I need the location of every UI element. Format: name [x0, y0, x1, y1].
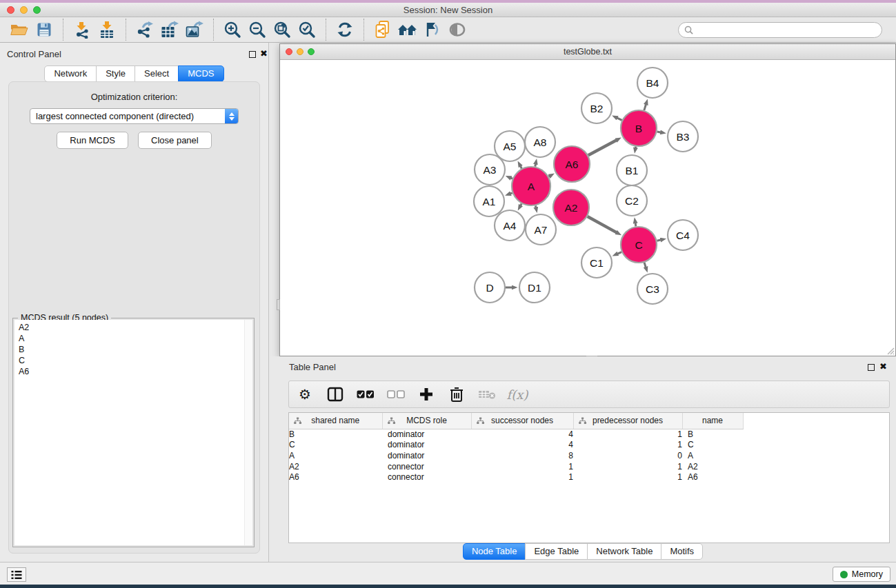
resize-grip-icon[interactable]	[885, 345, 895, 355]
add-column-icon[interactable]	[416, 384, 437, 405]
memory-button[interactable]: Memory	[833, 567, 890, 582]
table-cell[interactable]: 1	[573, 472, 682, 483]
control-tab-select[interactable]: Select	[135, 65, 179, 82]
export-table-icon[interactable]	[157, 18, 182, 41]
table-cell[interactable]: 1	[573, 440, 682, 451]
float-table-panel-icon[interactable]	[868, 364, 875, 371]
column-header-name[interactable]: name	[682, 413, 743, 429]
close-window-button[interactable]	[7, 6, 14, 14]
table-cell[interactable]: C	[682, 440, 743, 451]
float-panel-icon[interactable]	[249, 51, 256, 58]
table-cell[interactable]: connector	[382, 461, 471, 472]
network-canvas[interactable]: B4B2BB3A8A5A6A3B1AC2A1A2A4A7C4CC1C3DD1	[280, 60, 895, 356]
table-cell[interactable]: 1	[573, 461, 682, 472]
zoom-in-icon[interactable]	[220, 18, 245, 41]
mcds-result-item[interactable]: B	[14, 344, 252, 355]
table-cell[interactable]: 1	[471, 472, 573, 483]
zoom-out-icon[interactable]	[245, 18, 270, 41]
deselect-all-checks-icon[interactable]	[386, 384, 406, 405]
import-network-icon[interactable]	[70, 18, 94, 41]
edge-B-B4[interactable]	[644, 105, 646, 111]
close-table-panel-icon[interactable]: ✖	[879, 361, 887, 372]
table-cell[interactable]: dominator	[382, 429, 471, 440]
table-tab-motifs[interactable]: Motifs	[661, 543, 703, 560]
mcds-result-item[interactable]: A2	[14, 322, 252, 333]
save-session-icon[interactable]	[32, 18, 57, 41]
mcds-list-scrollbar[interactable]	[244, 320, 252, 545]
node-table[interactable]: shared nameMCDS rolesuccessor nodesprede…	[288, 412, 890, 543]
table-cell[interactable]: connector	[382, 472, 471, 483]
edge-C-C2[interactable]	[635, 223, 636, 227]
export-image-icon[interactable]	[182, 18, 207, 41]
refresh-icon[interactable]	[332, 18, 357, 41]
show-graphics-details-icon[interactable]	[445, 18, 470, 41]
column-header-predecessor-nodes[interactable]: predecessor nodes	[573, 413, 682, 429]
delete-table-icon[interactable]	[477, 384, 497, 405]
mcds-result-item[interactable]: A	[14, 333, 252, 344]
table-cell[interactable]: 0	[573, 450, 682, 461]
table-row[interactable]: Cdominator41C	[289, 440, 743, 451]
table-cell[interactable]: C	[289, 440, 382, 451]
edge-B-B3[interactable]	[657, 132, 661, 132]
table-cell[interactable]: dominator	[382, 450, 471, 461]
table-cell[interactable]: A	[682, 450, 743, 461]
maximize-network-window-button[interactable]	[308, 48, 315, 55]
table-cell[interactable]: B	[289, 429, 382, 440]
table-cell[interactable]: 1	[471, 461, 573, 472]
edge-A6-B[interactable]	[588, 140, 617, 155]
edge-A-A7[interactable]	[535, 205, 536, 207]
table-cell[interactable]: 1	[573, 429, 682, 440]
table-tab-network-table[interactable]: Network Table	[587, 543, 661, 560]
edge-C-C1[interactable]	[617, 252, 621, 254]
open-file-icon[interactable]	[7, 18, 32, 41]
table-cell[interactable]: dominator	[382, 440, 471, 451]
new-network-from-selection-icon[interactable]	[370, 18, 395, 41]
mcds-result-item[interactable]: C	[14, 355, 252, 366]
network-graph[interactable]: B4B2BB3A8A5A6A3B1AC2A1A2A4A7C4CC1C3DD1	[280, 60, 895, 356]
table-cell[interactable]: A	[289, 450, 382, 461]
search-box[interactable]	[678, 22, 882, 38]
table-row[interactable]: A6connector11A6	[289, 472, 743, 483]
task-history-button[interactable]	[7, 567, 26, 582]
edge-A-A6[interactable]	[548, 176, 549, 177]
run-mcds-button[interactable]: Run MCDS	[57, 132, 128, 149]
settings-gear-icon[interactable]: ⚙	[295, 384, 315, 405]
network-window-titlebar[interactable]: testGlobe.txt	[280, 44, 895, 60]
table-cell[interactable]: A6	[682, 472, 743, 483]
control-tab-mcds[interactable]: MCDS	[178, 65, 223, 82]
search-input[interactable]	[697, 25, 882, 34]
table-cell[interactable]: 4	[471, 440, 573, 451]
minimize-window-button[interactable]	[20, 6, 28, 14]
first-neighbors-icon[interactable]	[395, 18, 420, 41]
export-network-icon[interactable]	[132, 18, 157, 41]
table-cell[interactable]: A2	[682, 461, 743, 472]
edge-C-C3[interactable]	[644, 263, 646, 267]
close-panel-icon[interactable]: ✖	[260, 48, 268, 59]
table-row[interactable]: Bdominator41B	[289, 429, 743, 440]
column-header-MCDS-role[interactable]: MCDS role	[382, 413, 471, 429]
table-cell[interactable]: 8	[471, 450, 573, 461]
mcds-result-item[interactable]: A6	[14, 366, 252, 377]
control-tab-style[interactable]: Style	[96, 65, 135, 82]
table-cell[interactable]: A2	[289, 461, 382, 472]
edge-C-C4[interactable]	[657, 240, 660, 241]
maximize-window-button[interactable]	[33, 6, 41, 14]
import-table-icon[interactable]	[94, 18, 119, 41]
column-header-shared-name[interactable]: shared name	[289, 413, 382, 429]
column-header-successor-nodes[interactable]: successor nodes	[471, 413, 573, 429]
criterion-dropdown[interactable]: largest connected component (directed)	[30, 108, 239, 124]
hide-selected-icon[interactable]	[420, 18, 445, 41]
edge-A2-C[interactable]	[588, 216, 617, 232]
minimize-network-window-button[interactable]	[297, 48, 303, 55]
zoom-fit-icon[interactable]	[270, 18, 295, 41]
zoom-selected-icon[interactable]	[295, 18, 319, 41]
table-cell[interactable]: 4	[471, 429, 573, 440]
table-row[interactable]: A2connector11A2	[289, 461, 743, 472]
table-row[interactable]: Adominator80A	[289, 450, 743, 461]
edge-A-A1[interactable]	[510, 193, 512, 194]
table-tab-edge-table[interactable]: Edge Table	[525, 543, 588, 560]
function-builder-icon[interactable]: f(x)	[507, 384, 528, 405]
column-visibility-icon[interactable]	[325, 384, 346, 405]
close-panel-button[interactable]: Close panel	[138, 132, 212, 149]
edge-B-B2[interactable]	[617, 118, 622, 120]
